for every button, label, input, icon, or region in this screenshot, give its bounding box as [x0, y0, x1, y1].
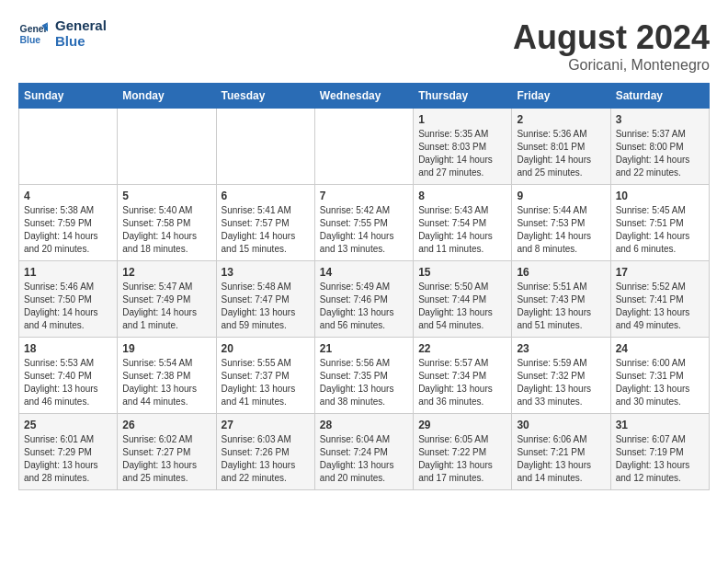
day-number: 21: [320, 342, 408, 355]
calendar-header-row: SundayMondayTuesdayWednesdayThursdayFrid…: [19, 84, 710, 109]
calendar-cell: 5Sunrise: 5:40 AM Sunset: 7:58 PM Daylig…: [118, 185, 216, 261]
day-number: 8: [418, 190, 506, 202]
day-detail: Sunrise: 5:43 AM Sunset: 7:54 PM Dayligh…: [418, 204, 506, 256]
day-detail: Sunrise: 6:00 AM Sunset: 7:31 PM Dayligh…: [616, 357, 704, 408]
day-number: 12: [122, 266, 210, 279]
day-detail: Sunrise: 6:07 AM Sunset: 7:19 PM Dayligh…: [616, 433, 704, 485]
calendar-cell: 7Sunrise: 5:42 AM Sunset: 7:55 PM Daylig…: [314, 185, 413, 261]
calendar-cell: 16Sunrise: 5:51 AM Sunset: 7:43 PM Dayli…: [512, 261, 610, 338]
calendar-day-header: Saturday: [610, 84, 709, 109]
day-detail: Sunrise: 5:48 AM Sunset: 7:47 PM Dayligh…: [222, 281, 310, 332]
day-number: 17: [616, 266, 704, 279]
day-detail: Sunrise: 6:01 AM Sunset: 7:29 PM Dayligh…: [24, 433, 112, 485]
calendar-cell: [19, 109, 118, 185]
day-detail: Sunrise: 5:38 AM Sunset: 7:59 PM Dayligh…: [24, 204, 112, 256]
calendar-table: SundayMondayTuesdayWednesdayThursdayFrid…: [18, 83, 710, 490]
calendar-day-header: Monday: [118, 84, 216, 109]
day-number: 22: [418, 342, 506, 355]
svg-text:Blue: Blue: [20, 34, 41, 44]
day-number: 5: [122, 190, 210, 202]
calendar-cell: 8Sunrise: 5:43 AM Sunset: 7:54 PM Daylig…: [414, 185, 512, 261]
calendar-cell: 9Sunrise: 5:44 AM Sunset: 7:53 PM Daylig…: [512, 185, 610, 261]
day-number: 28: [320, 419, 408, 431]
calendar-cell: [118, 109, 216, 185]
day-number: 7: [320, 190, 408, 202]
day-number: 9: [517, 190, 605, 202]
title-area: August 2024 Goricani, Montenegro: [513, 18, 710, 74]
calendar-cell: 28Sunrise: 6:04 AM Sunset: 7:24 PM Dayli…: [314, 414, 413, 490]
calendar-cell: 4Sunrise: 5:38 AM Sunset: 7:59 PM Daylig…: [19, 185, 118, 261]
day-number: 26: [122, 419, 210, 431]
day-detail: Sunrise: 5:44 AM Sunset: 7:53 PM Dayligh…: [517, 204, 605, 256]
day-detail: Sunrise: 5:42 AM Sunset: 7:55 PM Dayligh…: [320, 204, 408, 256]
calendar-week-row: 25Sunrise: 6:01 AM Sunset: 7:29 PM Dayli…: [19, 414, 710, 490]
day-detail: Sunrise: 6:05 AM Sunset: 7:22 PM Dayligh…: [418, 433, 506, 485]
calendar-week-row: 18Sunrise: 5:53 AM Sunset: 7:40 PM Dayli…: [19, 338, 710, 414]
day-detail: Sunrise: 5:46 AM Sunset: 7:50 PM Dayligh…: [24, 281, 112, 332]
calendar-day-header: Friday: [512, 84, 610, 109]
calendar-cell: 18Sunrise: 5:53 AM Sunset: 7:40 PM Dayli…: [19, 338, 118, 414]
logo-text-general: General: [55, 18, 107, 34]
calendar-week-row: 11Sunrise: 5:46 AM Sunset: 7:50 PM Dayli…: [19, 261, 710, 338]
calendar-cell: 27Sunrise: 6:03 AM Sunset: 7:26 PM Dayli…: [216, 414, 314, 490]
calendar-cell: 13Sunrise: 5:48 AM Sunset: 7:47 PM Dayli…: [216, 261, 314, 338]
day-detail: Sunrise: 5:56 AM Sunset: 7:35 PM Dayligh…: [320, 357, 408, 408]
logo-icon: General Blue: [18, 19, 48, 49]
calendar-cell: 17Sunrise: 5:52 AM Sunset: 7:41 PM Dayli…: [610, 261, 709, 338]
calendar-cell: 2Sunrise: 5:36 AM Sunset: 8:01 PM Daylig…: [512, 109, 610, 185]
day-number: 25: [24, 419, 112, 431]
day-detail: Sunrise: 6:03 AM Sunset: 7:26 PM Dayligh…: [222, 433, 310, 485]
day-detail: Sunrise: 5:54 AM Sunset: 7:38 PM Dayligh…: [122, 357, 210, 408]
day-number: 27: [222, 419, 310, 431]
calendar-day-header: Sunday: [19, 84, 118, 109]
calendar-body: 1Sunrise: 5:35 AM Sunset: 8:03 PM Daylig…: [19, 109, 710, 490]
day-number: 16: [517, 266, 605, 279]
calendar-cell: 24Sunrise: 6:00 AM Sunset: 7:31 PM Dayli…: [610, 338, 709, 414]
day-number: 13: [222, 266, 310, 279]
day-detail: Sunrise: 5:53 AM Sunset: 7:40 PM Dayligh…: [24, 357, 112, 408]
day-detail: Sunrise: 6:04 AM Sunset: 7:24 PM Dayligh…: [320, 433, 408, 485]
day-number: 29: [418, 419, 506, 431]
calendar-cell: [216, 109, 314, 185]
day-detail: Sunrise: 5:45 AM Sunset: 7:51 PM Dayligh…: [616, 204, 704, 256]
day-detail: Sunrise: 6:02 AM Sunset: 7:27 PM Dayligh…: [122, 433, 210, 485]
calendar-week-row: 4Sunrise: 5:38 AM Sunset: 7:59 PM Daylig…: [19, 185, 710, 261]
day-detail: Sunrise: 5:49 AM Sunset: 7:46 PM Dayligh…: [320, 281, 408, 332]
day-number: 14: [320, 266, 408, 279]
day-number: 4: [24, 190, 112, 202]
calendar-cell: 6Sunrise: 5:41 AM Sunset: 7:57 PM Daylig…: [216, 185, 314, 261]
day-number: 20: [222, 342, 310, 355]
calendar-cell: [314, 109, 413, 185]
calendar-cell: 1Sunrise: 5:35 AM Sunset: 8:03 PM Daylig…: [414, 109, 512, 185]
day-number: 24: [616, 342, 704, 355]
day-number: 11: [24, 266, 112, 279]
day-detail: Sunrise: 5:50 AM Sunset: 7:44 PM Dayligh…: [418, 281, 506, 332]
calendar-cell: 3Sunrise: 5:37 AM Sunset: 8:00 PM Daylig…: [610, 109, 709, 185]
day-number: 6: [222, 190, 310, 202]
day-detail: Sunrise: 5:55 AM Sunset: 7:37 PM Dayligh…: [222, 357, 310, 408]
page-header: General Blue General Blue August 2024 Go…: [18, 18, 710, 74]
day-number: 18: [24, 342, 112, 355]
calendar-day-header: Wednesday: [314, 84, 413, 109]
day-number: 1: [418, 113, 506, 126]
calendar-cell: 29Sunrise: 6:05 AM Sunset: 7:22 PM Dayli…: [414, 414, 512, 490]
calendar-cell: 21Sunrise: 5:56 AM Sunset: 7:35 PM Dayli…: [314, 338, 413, 414]
day-number: 23: [517, 342, 605, 355]
calendar-cell: 26Sunrise: 6:02 AM Sunset: 7:27 PM Dayli…: [118, 414, 216, 490]
day-detail: Sunrise: 5:35 AM Sunset: 8:03 PM Dayligh…: [418, 128, 506, 179]
day-number: 3: [616, 113, 704, 126]
day-number: 2: [517, 113, 605, 126]
calendar-day-header: Tuesday: [216, 84, 314, 109]
page-title: August 2024: [513, 18, 710, 57]
day-detail: Sunrise: 5:36 AM Sunset: 8:01 PM Dayligh…: [517, 128, 605, 179]
calendar-day-header: Thursday: [414, 84, 512, 109]
day-detail: Sunrise: 5:37 AM Sunset: 8:00 PM Dayligh…: [616, 128, 704, 179]
calendar-cell: 30Sunrise: 6:06 AM Sunset: 7:21 PM Dayli…: [512, 414, 610, 490]
day-detail: Sunrise: 5:40 AM Sunset: 7:58 PM Dayligh…: [122, 204, 210, 256]
logo-text-blue: Blue: [55, 34, 107, 50]
day-detail: Sunrise: 6:06 AM Sunset: 7:21 PM Dayligh…: [517, 433, 605, 485]
day-detail: Sunrise: 5:47 AM Sunset: 7:49 PM Dayligh…: [122, 281, 210, 332]
day-number: 15: [418, 266, 506, 279]
day-number: 10: [616, 190, 704, 202]
calendar-cell: 10Sunrise: 5:45 AM Sunset: 7:51 PM Dayli…: [610, 185, 709, 261]
